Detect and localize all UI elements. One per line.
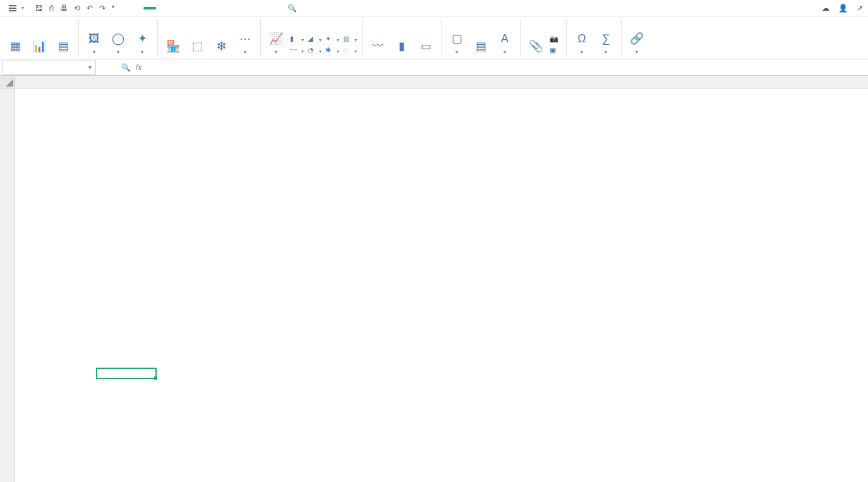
bar-chart-icon: ▮ [290,35,300,45]
chart-combo-small[interactable]: ▥▾ [343,35,357,45]
chart-radar-small[interactable]: ✱▾ [325,46,339,56]
sparkline-bar-button[interactable]: ▮ [392,37,412,56]
attachment-icon: 📎 [528,39,543,54]
tab-view[interactable] [227,7,232,9]
object-icon: ▣ [550,46,560,56]
formula-button[interactable]: ∑ ▾ [596,30,616,56]
hyperlink-icon: 🔗 [629,31,644,46]
chart-pie-small[interactable]: ◔▾ [308,46,322,56]
save-icon[interactable]: 🖫 [35,4,43,13]
symbol-icon: Ω [574,31,589,46]
tab-member[interactable] [257,7,262,9]
wordart-button[interactable]: A ▾ [495,30,515,56]
shape-icon: ◯ [111,31,126,46]
object-button[interactable]: ▣ [550,46,561,56]
search-fx-icon[interactable]: 🔍 [121,63,131,72]
symbol-button[interactable]: Ω ▾ [572,30,592,56]
attachment-button[interactable]: 📎 [526,37,546,56]
ribbon: ▦ 📊 ▤ 🖼 ▾ ◯ ▾ ✦ ▾ 🏪 ⬚ ❇ ⋯ ▾ 📈 ▾ ▮▾ 〰▾ ◢▾… [0,16,868,59]
chart-scatter-small[interactable]: ∴▾ [343,46,357,56]
save-as-icon[interactable]: ⎙ [49,4,54,13]
picture-button[interactable]: 🖼 ▾ [84,30,104,56]
sparkline-line-button[interactable]: 〰 [368,37,388,56]
share-button[interactable]: ↗ [857,4,863,13]
header-footer-button[interactable]: ▤ [471,37,491,56]
all-charts-button[interactable]: 📈 ▾ [266,30,286,56]
line-chart-icon: 〰 [290,46,300,56]
flowchart-button[interactable]: ⬚ [187,37,207,56]
flowchart-icon: ⬚ [190,39,205,54]
camera-button[interactable]: 📷 [550,35,561,45]
wordart-icon: A [497,31,512,46]
icon-button[interactable]: ✦ ▾ [132,30,152,56]
pivot-chart-button[interactable]: 📊 [29,37,49,56]
pivot-table-icon: ▦ [8,39,23,54]
spreadsheet-grid [0,76,868,482]
tab-dev[interactable] [242,7,247,9]
resource-button[interactable]: 🏪 [163,37,183,56]
chevron-down-icon[interactable]: ▾ [112,4,114,13]
select-all-corner[interactable] [0,76,15,88]
unsaved-button[interactable]: ☁ [822,4,829,13]
selection-outline [96,368,157,379]
preview-icon[interactable]: ⟲ [74,4,80,13]
area-chart-icon: ◢ [308,35,318,45]
chart-icon: 📈 [268,31,284,46]
row-headers [0,76,15,482]
chart-stock-small[interactable]: ✦▾ [325,35,339,45]
sparkline-winloss-button[interactable]: ▭ [416,37,436,56]
fx-icon[interactable]: fx [136,63,142,72]
shape-button[interactable]: ◯ ▾ [108,30,128,56]
chart-line-small[interactable]: 〰▾ [290,46,304,56]
search-icon: 🔍 [287,4,297,13]
pie-chart-icon: ◔ [308,46,318,56]
coop-button[interactable]: 👤 [838,4,848,13]
mindmap-icon: ❇ [214,39,229,54]
menu-left: ▾ 🖫 ⎙ 🖶 ⟲ ↶ ↷ ▾ 🔍 [5,4,299,13]
quick-access-toolbar: 🖫 ⎙ 🖶 ⟲ ↶ ↷ ▾ [35,4,114,13]
pivot-table-button[interactable]: ▦ [5,37,25,56]
more-icon: ⋯ [238,31,253,46]
tab-home[interactable] [128,7,133,9]
textbox-icon: ▢ [449,31,464,46]
undo-icon[interactable]: ↶ [87,4,93,13]
ribbon-tabs [128,7,277,9]
menu-right: ☁ 👤 ↗ [822,4,863,13]
chevron-down-icon: ▼ [87,64,93,71]
hyperlink-button[interactable]: 🔗 ▾ [627,30,647,56]
formula-bar: ▼ 🔍 fx [0,59,868,76]
file-menu-button[interactable]: ▾ [5,4,28,13]
chart-area-small[interactable]: ◢▾ [308,35,322,45]
top-menu: ▾ 🖫 ⎙ 🖶 ⟲ ↶ ↷ ▾ 🔍 ☁ 👤 [0,0,868,16]
redo-icon[interactable]: ↷ [99,4,105,13]
sparkline-line-icon: 〰 [370,39,385,54]
more-button[interactable]: ⋯ ▾ [235,30,255,56]
pivot-chart-icon: 📊 [32,39,47,54]
tab-resource[interactable] [272,7,277,9]
radar-chart-icon: ✱ [325,46,335,56]
menu-icon [9,5,16,11]
sparkline-bar-icon: ▮ [394,39,409,54]
name-box[interactable]: ▼ [3,61,96,75]
chart-bar-small[interactable]: ▮▾ [290,35,304,45]
search-box[interactable]: 🔍 [287,4,299,13]
mindmap-button[interactable]: ❇ [211,37,231,56]
camera-icon: 📷 [550,35,560,45]
tab-insert[interactable] [143,7,156,9]
chevron-down-icon: ▾ [21,5,24,11]
picture-icon: 🖼 [87,31,102,46]
print-icon[interactable]: 🖶 [60,4,68,13]
tab-data[interactable] [196,7,202,9]
scatter-chart-icon: ∴ [343,46,353,56]
textbox-button[interactable]: ▢ ▾ [447,30,467,56]
stock-chart-icon: ✦ [325,35,335,45]
tab-review[interactable] [212,7,217,9]
icons-icon: ✦ [135,31,150,46]
header-footer-icon: ▤ [473,39,488,54]
tab-page-layout[interactable] [166,7,171,9]
table-icon: ▤ [56,39,71,54]
tab-formula[interactable] [181,7,186,9]
table-button[interactable]: ▤ [53,37,73,56]
resource-icon: 🏪 [166,39,181,54]
combo-chart-icon: ▥ [343,35,353,45]
